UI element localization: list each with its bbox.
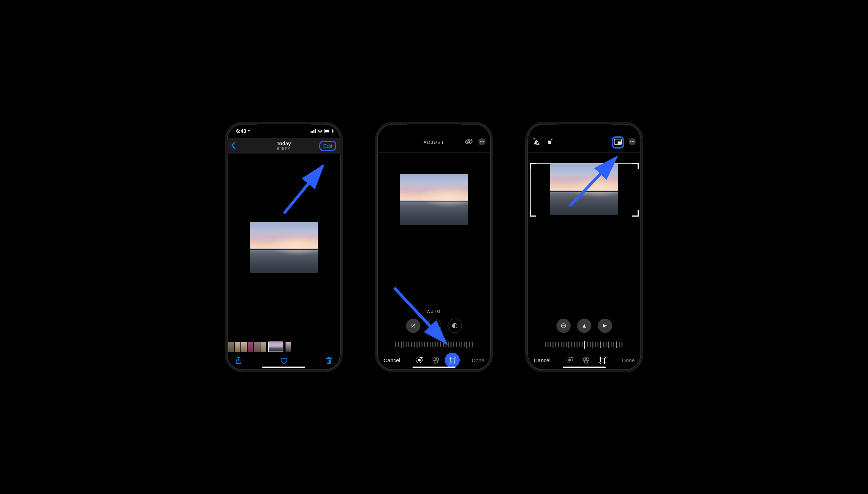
adjustment-dials (377, 319, 491, 333)
photo-viewer[interactable] (227, 154, 341, 342)
svg-point-32 (584, 360, 588, 363)
adjustment-name: AUTO (377, 309, 491, 314)
svg-point-23 (632, 141, 633, 142)
crop-handle-tl[interactable] (530, 163, 536, 169)
crop-tab-button[interactable] (448, 355, 457, 365)
crop-handle-bl[interactable] (530, 210, 536, 217)
svg-point-15 (435, 358, 439, 361)
toggle-original-button[interactable] (464, 139, 473, 146)
svg-point-5 (482, 141, 483, 142)
done-button[interactable]: Done (622, 357, 635, 363)
filters-tab-button[interactable] (581, 355, 591, 365)
filters-tab-button[interactable] (431, 355, 440, 365)
flip-button[interactable] (532, 138, 540, 147)
svg-point-9 (434, 326, 434, 327)
phone-notch (257, 124, 311, 133)
svg-point-6 (483, 141, 484, 142)
horizontal-perspective-button[interactable] (598, 319, 612, 333)
exposure-adjust-button[interactable] (427, 319, 441, 333)
crop-handle-br[interactable] (632, 210, 639, 217)
sunset-photo (550, 164, 618, 215)
favorite-button[interactable] (280, 356, 288, 366)
svg-point-7 (415, 324, 415, 324)
cancel-button[interactable]: Cancel (384, 357, 400, 363)
rotate-button[interactable] (546, 138, 553, 147)
sunset-photo (250, 222, 318, 273)
wifi-icon (317, 129, 323, 133)
svg-point-12 (418, 359, 420, 361)
photo-nav-bar: Today 6:15 PM Edit (227, 138, 341, 154)
adjustment-slider[interactable] (377, 339, 491, 350)
home-indicator[interactable] (563, 367, 606, 368)
svg-rect-18 (548, 140, 551, 144)
svg-point-16 (434, 360, 438, 363)
vertical-perspective-button[interactable] (577, 319, 591, 333)
crop-frame[interactable] (530, 163, 638, 216)
phone-screenshot-1: 6:43 Today 6:15 PM Edit (225, 122, 343, 372)
edit-button[interactable]: Edit (319, 141, 336, 151)
editor-canvas[interactable] (377, 152, 491, 232)
crop-header (527, 132, 641, 152)
crop-tab-button[interactable] (598, 355, 607, 365)
thumbnail-strip[interactable] (227, 342, 341, 352)
straighten-button[interactable] (556, 319, 571, 333)
adjust-tab-button[interactable] (415, 355, 424, 365)
crop-adjust-dials (527, 319, 641, 333)
more-button[interactable] (628, 138, 636, 147)
done-button[interactable]: Done (472, 357, 484, 363)
auto-adjust-button[interactable] (406, 319, 420, 333)
status-time: 6:43 (236, 128, 246, 134)
svg-point-4 (480, 141, 481, 142)
back-button[interactable] (231, 141, 236, 151)
brilliance-adjust-button[interactable] (448, 319, 462, 333)
svg-point-28 (569, 359, 571, 361)
rotation-slider[interactable] (527, 339, 641, 350)
cancel-button[interactable]: Cancel (534, 357, 551, 363)
home-indicator[interactable] (413, 367, 455, 368)
crop-handle-tr[interactable] (632, 163, 639, 169)
home-indicator[interactable] (262, 367, 305, 368)
share-button[interactable] (235, 356, 243, 366)
phone-screenshot-3: Cancel Done (525, 122, 643, 372)
phone-screenshot-2: ADJUST AUTO Cancel (375, 122, 493, 372)
battery-icon (324, 129, 333, 133)
svg-point-29 (572, 357, 573, 358)
phone-notch (557, 124, 611, 133)
location-icon (247, 129, 250, 133)
selected-thumbnail[interactable] (268, 342, 283, 352)
svg-point-24 (633, 141, 634, 142)
editor-header: ADJUST (377, 132, 491, 152)
adjust-tab-button[interactable] (565, 355, 574, 365)
sunset-photo (400, 174, 468, 225)
delete-button[interactable] (325, 356, 333, 366)
svg-point-22 (630, 141, 631, 142)
svg-point-13 (421, 357, 423, 358)
aspect-ratio-button[interactable] (612, 136, 624, 149)
svg-point-31 (585, 358, 589, 361)
svg-rect-20 (618, 142, 621, 144)
cellular-icon (311, 129, 316, 133)
more-button[interactable] (478, 138, 486, 147)
phone-notch (407, 124, 461, 133)
